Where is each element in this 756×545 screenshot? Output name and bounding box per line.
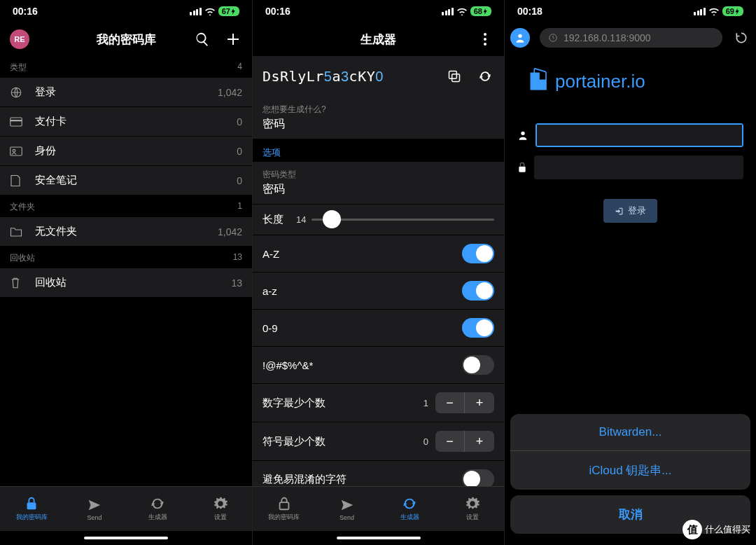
password-row (517, 156, 743, 179)
row-label: 身份 (35, 144, 237, 158)
tab-bar: 我的密码库 Send 生成器 设置 (253, 486, 504, 531)
password-input[interactable] (534, 156, 743, 179)
tab-settings[interactable]: 设置 (189, 487, 252, 531)
tab-send[interactable]: Send (63, 487, 126, 531)
login-button[interactable]: 登录 (603, 199, 657, 223)
site-settings-icon (548, 33, 558, 43)
svg-point-12 (518, 34, 522, 38)
minus-button[interactable]: − (435, 392, 465, 413)
battery-indicator: 69 (722, 6, 743, 16)
tab-send[interactable]: Send (316, 487, 379, 531)
section-header-folders: 文件夹1 (0, 195, 252, 217)
svg-point-8 (484, 43, 486, 46)
status-time: 00:16 (265, 6, 290, 17)
username-input[interactable] (536, 123, 743, 147)
search-icon[interactable] (193, 30, 211, 48)
copy-icon[interactable] (445, 67, 463, 85)
reload-icon[interactable] (732, 29, 750, 47)
sheet-bitwarden[interactable]: Bitwarden... (510, 414, 750, 450)
card-icon (10, 117, 27, 127)
tab-generator[interactable]: 生成器 (379, 487, 442, 531)
minus-button[interactable]: − (435, 431, 465, 452)
phone-browser: 00:18 69 192.168.0.118:9000 portainer.io (504, 0, 756, 545)
login-arrow-icon (615, 207, 624, 216)
row-label: 无文件夹 (35, 225, 218, 238)
min-digits-row: 数字最少个数1−+ (253, 384, 504, 422)
row-folder[interactable]: 无文件夹1,042 (0, 217, 252, 247)
regenerate-icon[interactable] (476, 67, 494, 85)
tab-vault[interactable]: 我的密码库 (253, 487, 316, 531)
row-value: 13 (231, 277, 242, 289)
section-header-trash: 回收站13 (0, 247, 252, 268)
profile-icon[interactable] (510, 28, 530, 48)
avoid-ambiguous-row: 避免易混淆的字符 (253, 461, 504, 486)
row-value: 0 (237, 175, 242, 186)
trash-icon (10, 277, 27, 289)
generated-password-row: DsRlyLr5a3cKY0 (253, 56, 504, 97)
cellular-icon (694, 8, 706, 15)
user-icon (517, 130, 528, 141)
page-content: portainer.io 登录 (505, 53, 756, 237)
tab-vault[interactable]: 我的密码库 (0, 487, 63, 531)
toggle[interactable] (462, 281, 494, 301)
browser-toolbar: 192.168.0.118:9000 (505, 22, 756, 53)
toggle[interactable] (462, 355, 494, 375)
avatar[interactable]: RE (10, 29, 29, 49)
navbar: 生成器 (253, 22, 504, 56)
row-value: 0 (237, 146, 242, 157)
options-header: 选项 (253, 139, 504, 162)
note-icon (10, 174, 27, 187)
url-bar[interactable]: 192.168.0.118:9000 (540, 28, 722, 48)
row-label: 登录 (35, 85, 218, 99)
row-label: 安全笔记 (35, 174, 237, 187)
plus-button[interactable]: + (465, 392, 494, 413)
toggle[interactable] (462, 318, 494, 338)
tab-generator[interactable]: 生成器 (126, 487, 189, 531)
more-icon[interactable] (476, 30, 494, 48)
wifi-icon (456, 7, 468, 15)
svg-rect-1 (10, 118, 22, 126)
add-icon[interactable] (224, 30, 242, 48)
min-symbols-row: 符号最少个数0−+ (253, 422, 504, 461)
svg-rect-10 (449, 71, 457, 79)
home-indicator[interactable] (253, 531, 504, 545)
status-time: 00:16 (13, 6, 38, 17)
toggle[interactable] (462, 469, 494, 486)
toggle-lowercase: a-z (253, 272, 504, 310)
row-value: 0 (237, 116, 242, 127)
status-bar: 00:16 67 (0, 0, 252, 22)
svg-rect-11 (279, 502, 288, 509)
svg-point-14 (521, 132, 524, 135)
folder-icon (10, 226, 27, 237)
length-slider[interactable] (312, 219, 494, 221)
row-trash[interactable]: 回收站13 (0, 268, 252, 298)
row-value: 1,042 (218, 87, 242, 98)
generated-password: DsRlyLr5a3cKY0 (262, 68, 438, 85)
row-card[interactable]: 支付卡0 (0, 107, 252, 137)
sheet-icloud[interactable]: iCloud 钥匙串... (510, 450, 750, 490)
stepper[interactable]: −+ (435, 431, 494, 452)
status-time: 00:18 (517, 6, 542, 17)
svg-rect-2 (10, 120, 22, 121)
toggle-digits: 0-9 (253, 310, 504, 347)
stepper[interactable]: −+ (435, 392, 494, 413)
generate-what[interactable]: 您想要生成什么? 密码 (253, 97, 504, 139)
battery-indicator: 67 (218, 6, 239, 16)
row-note[interactable]: 安全笔记0 (0, 166, 252, 195)
svg-rect-15 (519, 167, 525, 172)
row-value: 1,042 (218, 226, 242, 237)
password-type[interactable]: 密码类型 密码 (253, 162, 504, 205)
plus-button[interactable]: + (465, 431, 494, 452)
row-identity[interactable]: 身份0 (0, 137, 252, 166)
toggle[interactable] (462, 244, 494, 263)
wifi-icon (708, 7, 720, 15)
row-login[interactable]: 登录1,042 (0, 78, 252, 107)
home-indicator[interactable] (0, 531, 252, 545)
tab-settings[interactable]: 设置 (441, 487, 504, 531)
row-label: 回收站 (35, 276, 231, 289)
cellular-icon (442, 8, 454, 15)
wifi-icon (204, 7, 216, 15)
svg-point-4 (13, 149, 15, 152)
cellular-icon (190, 8, 202, 15)
svg-point-7 (484, 38, 486, 41)
